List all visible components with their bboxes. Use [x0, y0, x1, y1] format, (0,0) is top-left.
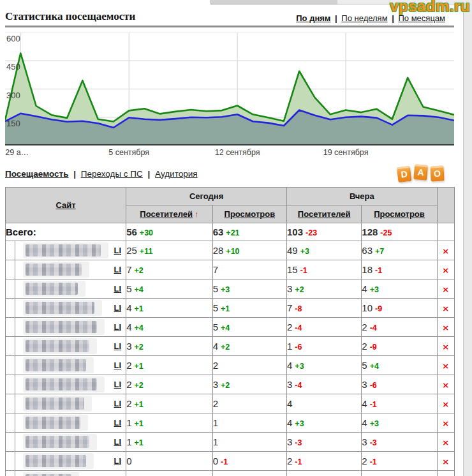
- site-name-blur: [26, 455, 86, 467]
- period-link-1[interactable]: По дням: [296, 13, 330, 23]
- li-counter-link[interactable]: LI: [114, 284, 122, 294]
- stat-cell: 4-1: [362, 394, 437, 413]
- delta-badge: +1: [221, 304, 230, 313]
- yesterday-views-sort-link[interactable]: Просмотров: [374, 209, 425, 219]
- site-name-blur: [26, 302, 94, 314]
- tab-1[interactable]: Посещаемость: [5, 169, 68, 179]
- tab-2[interactable]: Переходы с ПС: [81, 169, 143, 179]
- stat-cell: 1-6: [287, 337, 362, 356]
- delete-site-button[interactable]: ×: [442, 265, 449, 275]
- li-counter-link[interactable]: LI: [114, 380, 122, 389]
- stat-cell: 128-25: [362, 223, 437, 241]
- delete-site-button[interactable]: ×: [442, 342, 449, 352]
- stat-cell: 1+1: [126, 433, 213, 452]
- dao-cube-o[interactable]: O: [430, 165, 444, 181]
- totals-label: Всего:: [6, 223, 126, 241]
- site-row: LI5+45+33+24+3×: [6, 279, 455, 299]
- stat-cell: 4+3: [362, 413, 437, 433]
- site-name-cell: LI: [15, 356, 126, 375]
- row-marker-cell: [6, 433, 15, 452]
- today-visitors-sort-link[interactable]: Посетителей: [140, 209, 193, 219]
- site-name-cell: LI: [15, 241, 126, 260]
- site-name-cell: LI: [15, 279, 126, 299]
- delete-site-button[interactable]: ×: [442, 285, 449, 294]
- stat-cell: 4+3: [287, 356, 362, 375]
- li-counter-link[interactable]: LI: [114, 418, 122, 428]
- delta-badge: +1: [134, 438, 143, 447]
- blurred-site-name: [23, 319, 105, 335]
- li-counter-link[interactable]: LI: [114, 265, 122, 274]
- column-header-yesterday-views[interactable]: Просмотров: [362, 205, 437, 223]
- delta-badge: -1: [370, 400, 377, 409]
- site-sort-link[interactable]: Сайт: [56, 200, 76, 210]
- li-counter-link[interactable]: LI: [114, 456, 122, 466]
- delete-site-button[interactable]: ×: [442, 361, 449, 371]
- dao-cube-a[interactable]: A: [413, 164, 428, 181]
- column-header-yesterday-visitors[interactable]: Посетителей: [287, 205, 362, 223]
- stat-cell: 2-9: [362, 337, 437, 356]
- blurred-site-name: [23, 453, 94, 469]
- y-tick-label: 450: [6, 62, 20, 71]
- site-row: LI25+1128+1049+363+7×: [6, 241, 455, 260]
- dao-cube-d[interactable]: D: [397, 166, 412, 182]
- stat-cell: 4+3: [287, 413, 362, 433]
- stat-cell: 5+1: [212, 299, 286, 318]
- stat-cell: 7: [212, 260, 286, 279]
- delete-cell: ×: [437, 318, 454, 337]
- stat-cell: 4+1: [126, 299, 213, 318]
- site-row: LI00-12-12-1×: [6, 452, 455, 471]
- li-counter-link[interactable]: LI: [114, 399, 122, 408]
- stat-cell: 56+30: [126, 223, 213, 241]
- delete-site-button[interactable]: ×: [442, 304, 449, 313]
- site-name-blur: [26, 359, 86, 371]
- delete-site-button[interactable]: ×: [442, 323, 449, 332]
- site-name-cell: LI: [15, 471, 126, 476]
- stat-cell: 1: [212, 433, 286, 452]
- column-group-today: Сегодня: [126, 188, 287, 205]
- delete-site-button[interactable]: ×: [442, 457, 449, 466]
- today-views-sort-link[interactable]: Просмотров: [225, 209, 276, 219]
- traffic-chart: 150300450600 29 а…5 сентября12 сентября1…: [5, 33, 454, 160]
- stat-cell: 18-1: [362, 260, 437, 279]
- delta-badge: +1: [134, 362, 143, 371]
- column-header-site[interactable]: Сайт: [6, 188, 126, 223]
- delta-badge: +10: [226, 247, 239, 256]
- delete-site-button[interactable]: ×: [442, 380, 449, 390]
- stat-cell: 3+2: [212, 375, 286, 394]
- delta-badge: -8: [295, 304, 302, 313]
- chart-x-axis: 29 а…5 сентября12 сентября19 сентября: [5, 148, 454, 160]
- stat-cell: 10-9: [362, 299, 437, 318]
- site-row: LI3+24+21-62-9×: [6, 337, 455, 356]
- delete-cell: ×: [437, 375, 454, 394]
- stat-cell: 3-4: [287, 375, 362, 394]
- tab-3[interactable]: Аудитория: [155, 169, 197, 179]
- li-counter-link[interactable]: LI: [114, 303, 122, 313]
- delta-badge: +3: [295, 419, 304, 428]
- delete-site-button[interactable]: ×: [442, 438, 449, 447]
- li-counter-link[interactable]: LI: [114, 322, 122, 332]
- page-title: Статистика посещаемости: [5, 10, 135, 23]
- blurred-site-name: [23, 376, 105, 392]
- delta-badge: +3: [370, 419, 379, 428]
- delta-badge: -1: [375, 266, 382, 275]
- li-counter-link[interactable]: LI: [114, 437, 122, 447]
- delete-site-button[interactable]: ×: [442, 246, 449, 256]
- delete-site-button[interactable]: ×: [442, 399, 449, 409]
- delete-site-button[interactable]: ×: [442, 419, 449, 428]
- column-header-today-views[interactable]: Просмотров: [212, 205, 286, 223]
- stat-cell: 5+3: [212, 279, 286, 299]
- site-name-blur: [26, 264, 82, 276]
- site-row: LI2+23+23-43-6×: [6, 375, 455, 394]
- period-link-2[interactable]: По неделям: [341, 13, 387, 23]
- column-header-today-visitors[interactable]: Посетителей↑: [126, 205, 213, 223]
- stat-cell: 2+1: [126, 356, 213, 375]
- site-row: LI0022-1×: [6, 471, 455, 476]
- delete-cell: ×: [437, 337, 454, 356]
- site-name-cell: LI: [15, 299, 126, 318]
- li-counter-link[interactable]: LI: [114, 246, 122, 255]
- li-counter-link[interactable]: LI: [114, 361, 122, 370]
- li-counter-link[interactable]: LI: [114, 341, 122, 351]
- stat-cell: 3-6: [362, 375, 437, 394]
- yesterday-visitors-sort-link[interactable]: Посетителей: [298, 209, 351, 219]
- row-marker-cell: [6, 337, 15, 356]
